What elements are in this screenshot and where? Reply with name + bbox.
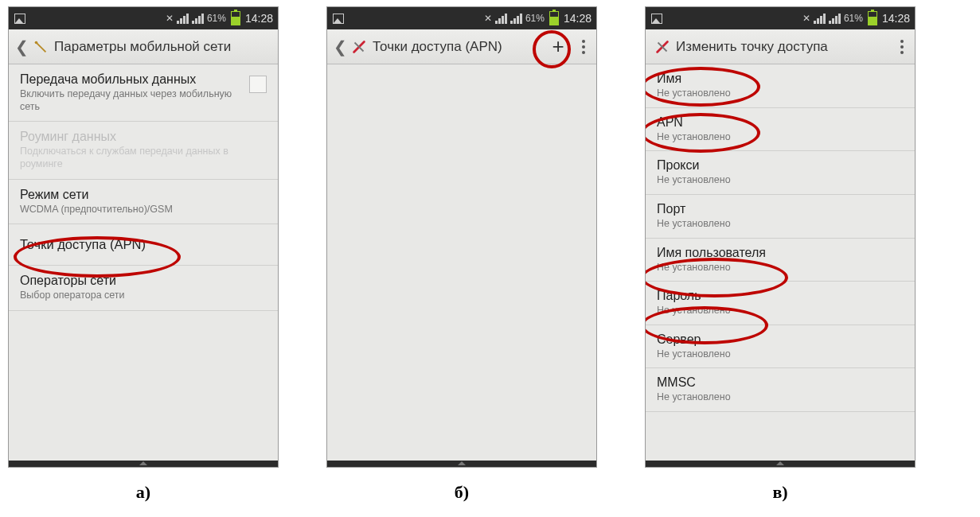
clock: 14:28 xyxy=(564,12,592,25)
battery-icon xyxy=(229,12,242,25)
item-network-mode[interactable]: Режим сети WCDMA (предпочтительно)/GSM xyxy=(9,180,278,225)
navbar xyxy=(646,461,915,467)
signal-icon-2 xyxy=(510,14,522,24)
navbar xyxy=(9,461,278,467)
item-sub: Не установлено xyxy=(657,174,904,187)
item-title: Точки доступа (APN) xyxy=(20,232,267,257)
item-sub: Включить передачу данных через мобильную… xyxy=(20,88,267,113)
item-sub: WCDMA (предпочтительно)/GSM xyxy=(20,204,267,216)
page-title: Параметры мобильной сети xyxy=(54,39,231,55)
navbar xyxy=(327,461,596,467)
screen-b: ✕ 61% 14:28 ❮ Точки доступа (APN) + xyxy=(326,6,597,468)
header: Изменить точку доступа xyxy=(646,29,915,64)
clock: 14:28 xyxy=(882,12,910,25)
signal-icon xyxy=(495,14,507,24)
field-server[interactable]: Сервер Не установлено xyxy=(646,325,915,369)
header: ❮ Точки доступа (APN) + xyxy=(327,29,596,64)
header: ❮ Параметры мобильной сети xyxy=(9,29,278,64)
item-title: Операторы сети xyxy=(20,274,267,288)
screen-a: ✕ 61% 14:28 ❮ Параметры мобильной сети xyxy=(8,6,279,468)
tools-icon xyxy=(654,38,671,56)
statusbar: ✕ 61% 14:28 xyxy=(9,7,278,29)
wrench-icon: ✕ xyxy=(802,13,810,24)
battery-icon xyxy=(866,12,879,25)
item-sub: Не установлено xyxy=(657,305,904,317)
item-title: Прокси xyxy=(657,158,904,173)
caption-c: в) xyxy=(772,482,787,503)
item-title: Порт xyxy=(657,202,904,216)
item-title: Пароль xyxy=(657,289,904,303)
gallery-icon xyxy=(332,12,345,25)
caption-b: б) xyxy=(455,482,469,503)
signal-icon-2 xyxy=(192,14,204,24)
screen-c: ✕ 61% 14:28 Изменить точку доступа Имя xyxy=(645,6,916,468)
item-title: Роуминг данных xyxy=(20,130,267,144)
statusbar: ✕ 61% 14:28 xyxy=(646,7,915,29)
caption-a: а) xyxy=(136,482,150,503)
overflow-menu-icon[interactable] xyxy=(892,40,912,54)
item-sub: Выбор оператора сети xyxy=(20,290,267,302)
overflow-menu-icon[interactable] xyxy=(574,40,593,54)
page-title: Точки доступа (APN) xyxy=(373,39,502,55)
item-sub: Не установлено xyxy=(657,391,904,404)
item-sub: Не установлено xyxy=(657,262,904,274)
field-port[interactable]: Порт Не установлено xyxy=(646,195,915,239)
back-icon[interactable]: ❮ xyxy=(12,37,30,56)
field-apn[interactable]: APN Не установлено xyxy=(646,108,915,152)
tools-icon xyxy=(350,38,368,56)
item-roaming: Роуминг данных Подключаться к службам пе… xyxy=(9,122,278,179)
clock: 14:28 xyxy=(245,12,273,25)
item-sub: Не установлено xyxy=(657,218,904,231)
battery-pct: 61% xyxy=(207,13,226,24)
field-mmsc[interactable]: MMSC Не установлено xyxy=(646,368,915,412)
battery-pct: 61% xyxy=(844,13,863,24)
gallery-icon xyxy=(650,12,663,25)
back-icon[interactable]: ❮ xyxy=(330,37,349,56)
item-sub: Не установлено xyxy=(657,87,904,100)
item-apn[interactable]: Точки доступа (APN) xyxy=(9,224,278,266)
field-password[interactable]: Пароль Не установлено xyxy=(646,282,915,325)
field-name[interactable]: Имя Не установлено xyxy=(646,64,915,108)
statusbar: ✕ 61% 14:28 xyxy=(327,7,596,29)
field-proxy[interactable]: Прокси Не установлено xyxy=(646,151,915,195)
field-username[interactable]: Имя пользователя Не установлено xyxy=(646,239,915,282)
signal-icon xyxy=(177,14,189,24)
settings-list: Передача мобильных данных Включить перед… xyxy=(9,64,278,467)
item-title: Режим сети xyxy=(20,188,267,202)
add-button[interactable]: + xyxy=(542,34,574,59)
item-sub: Не установлено xyxy=(657,348,904,361)
item-operators[interactable]: Операторы сети Выбор оператора сети xyxy=(9,266,278,311)
item-sub: Подключаться к службам передачи данных в… xyxy=(20,146,267,170)
signal-icon-2 xyxy=(829,14,841,24)
wrench-icon: ✕ xyxy=(166,13,174,24)
wrench-icon: ✕ xyxy=(484,13,492,24)
item-title: Сервер xyxy=(657,332,904,347)
page-title: Изменить точку доступа xyxy=(676,39,828,55)
battery-icon xyxy=(548,12,560,25)
apn-list-empty xyxy=(327,64,596,467)
signal-icon xyxy=(814,14,826,24)
battery-pct: 61% xyxy=(525,13,545,24)
gallery-icon xyxy=(14,12,26,25)
settings-icon xyxy=(32,38,49,56)
svg-point-0 xyxy=(35,41,38,44)
item-title: APN xyxy=(657,115,904,130)
apn-edit-list: Имя Не установлено APN Не установлено Пр… xyxy=(646,64,915,467)
item-title: MMSC xyxy=(657,375,904,390)
checkbox[interactable] xyxy=(249,76,267,93)
item-mobile-data[interactable]: Передача мобильных данных Включить перед… xyxy=(9,64,278,122)
item-title: Имя xyxy=(657,72,904,86)
item-title: Передача мобильных данных xyxy=(20,72,267,87)
item-title: Имя пользователя xyxy=(657,246,904,260)
item-sub: Не установлено xyxy=(657,131,904,144)
